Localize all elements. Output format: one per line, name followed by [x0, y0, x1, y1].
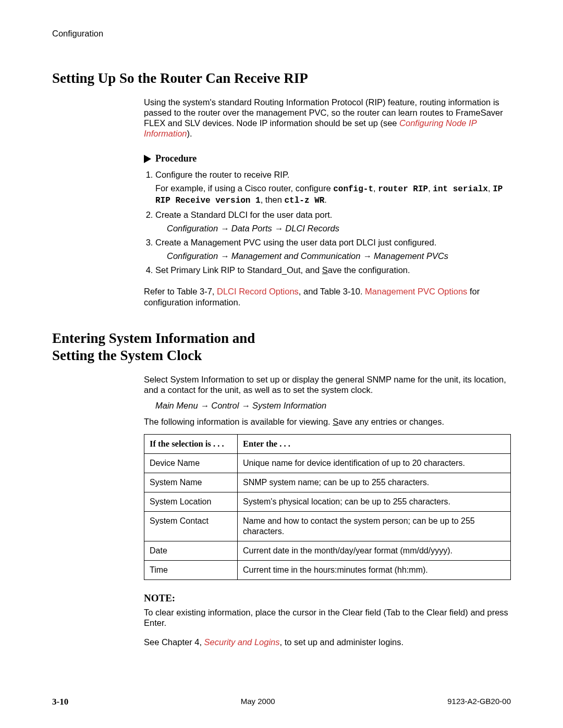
note-text: To clear existing information, place the… [144, 607, 511, 628]
link-management-pvc-options[interactable]: Management PVC Options [365, 287, 467, 296]
section2-intro: Select System Information to set up or d… [144, 374, 511, 395]
section1-title: Setting Up So the Router Can Receive RIP [52, 70, 511, 88]
section1-intro: Using the system's standard Routing Info… [144, 97, 511, 139]
cell-k: System Location [144, 492, 238, 512]
section2-title-l2: Setting the System Clock [52, 348, 202, 363]
cell-v: Current time in the hours:minutes format… [238, 561, 511, 580]
step2-text: Create a Standard DLCI for the user data… [155, 210, 332, 219]
section2-after: The following information is available f… [144, 416, 511, 427]
cmd-ctlz-wr: ctl-z WR [285, 196, 325, 205]
see-chapter: See Chapter 4, Security and Logins, to s… [144, 637, 511, 647]
section2-body: Select System Information to set up or d… [144, 374, 511, 647]
step4-b: ave the configuration. [328, 265, 410, 275]
table-row: System Name SNMP system name; can be up … [144, 473, 511, 492]
see-a: See Chapter 4, [144, 637, 204, 647]
refer-a: Refer to Table 3-7, [144, 287, 217, 296]
footer: 3-10 May 2000 9123-A2-GB20-00 [52, 697, 511, 707]
cmd-router-rip: router RIP [378, 184, 428, 194]
page-number: 3-10 [52, 697, 68, 707]
step4-a: Set Primary Link RIP to Standard_Out, an… [155, 265, 322, 275]
th-enter: Enter the . . . [238, 434, 511, 454]
th-selection: If the selection is . . . [144, 434, 238, 454]
running-head: Configuration [52, 29, 511, 39]
procedure-list: Configure the router to receive RIP. For… [144, 169, 511, 276]
after-b: ave any entries or changes. [338, 417, 444, 426]
table-row: Time Current time in the hours:minutes f… [144, 561, 511, 580]
step-4: Set Primary Link RIP to Standard_Out, an… [155, 265, 511, 276]
footer-doc-id: 9123-A2-GB20-00 [447, 697, 511, 707]
step-1: Configure the router to receive RIP. For… [155, 169, 511, 206]
step1-sub: For example, if using a Cisco router, co… [155, 183, 511, 207]
table-header-row: If the selection is . . . Enter the . . … [144, 434, 511, 454]
intro-text-b: ). [187, 129, 192, 138]
footer-date: May 2000 [241, 697, 275, 707]
step3-path: Configuration → Management and Communica… [167, 251, 511, 262]
s1b-a: For example, if using a Cisco router, co… [155, 183, 333, 193]
see-b: , to set up and administer logins. [280, 637, 404, 647]
link-security-and-logins[interactable]: Security and Logins [204, 637, 280, 647]
cell-v: SNMP system name; can be up to 255 chara… [238, 473, 511, 492]
section2-path: Main Menu → Control → System Information [155, 400, 511, 411]
section2-title: Entering System Information and Setting … [52, 330, 511, 365]
cell-v: System's physical location; can be up to… [238, 492, 511, 512]
cmd-int-serialx: int serialx [433, 184, 488, 194]
cell-k: System Name [144, 473, 238, 492]
after-save-underline: S [333, 417, 338, 426]
section1-body: Using the system's standard Routing Info… [144, 97, 511, 308]
s1b-then: , then [261, 195, 285, 204]
table-row: System Contact Name and how to contact t… [144, 512, 511, 541]
page: Configuration Setting Up So the Router C… [0, 0, 563, 728]
cell-v: Unique name for device identification of… [238, 454, 511, 473]
procedure-header: Procedure [144, 153, 511, 164]
cell-v: Current date in the month/day/year forma… [238, 541, 511, 561]
table-row: Device Name Unique name for device ident… [144, 454, 511, 473]
cmd-config-t: config-t [333, 184, 373, 194]
triangle-icon [144, 155, 151, 163]
step-3: Create a Management PVC using the user d… [155, 237, 511, 262]
cell-k: System Contact [144, 512, 238, 541]
section2-title-l1: Entering System Information and [52, 330, 255, 346]
cell-k: Date [144, 541, 238, 561]
table-row: Date Current date in the month/day/year … [144, 541, 511, 561]
note-label: NOTE: [144, 593, 511, 604]
link-dlci-record-options[interactable]: DLCI Record Options [217, 287, 299, 296]
section1-refer: Refer to Table 3-7, DLCI Record Options,… [144, 286, 511, 307]
cell-v: Name and how to contact the system perso… [238, 512, 511, 541]
step4-save-underline: S [322, 265, 328, 275]
table-row: System Location System's physical locati… [144, 492, 511, 512]
step3-text: Create a Management PVC using the user d… [155, 238, 436, 247]
step2-path: Configuration → Data Ports → DLCI Record… [167, 223, 511, 234]
procedure-label: Procedure [155, 153, 197, 164]
step-2: Create a Standard DLCI for the user data… [155, 209, 511, 234]
after-a: The following information is available f… [144, 417, 333, 426]
cell-k: Device Name [144, 454, 238, 473]
step1-text: Configure the router to receive RIP. [155, 170, 289, 179]
system-info-table: If the selection is . . . Enter the . . … [144, 434, 511, 581]
refer-b: , and Table 3-10. [299, 287, 365, 296]
cell-k: Time [144, 561, 238, 580]
